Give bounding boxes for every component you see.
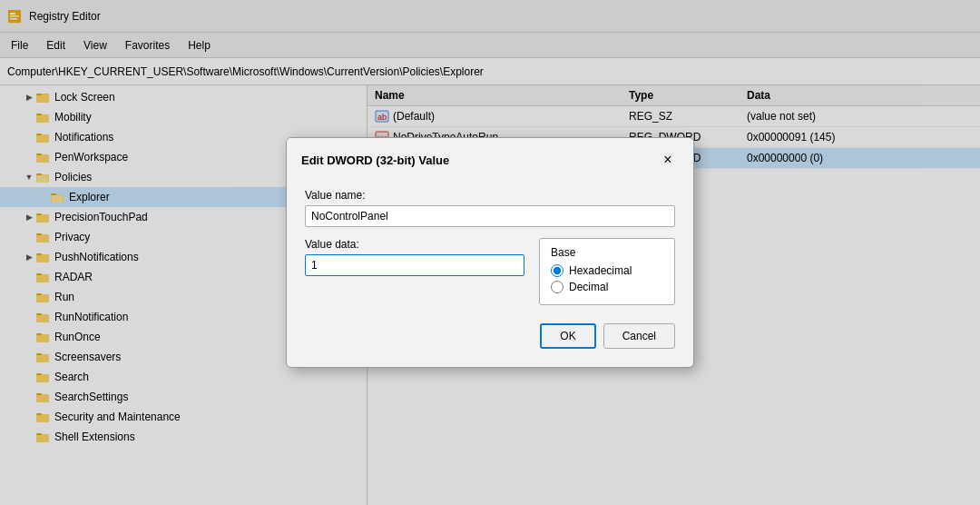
base-group: Base Hexadecimal Decimal [539,238,675,305]
ok-button[interactable]: OK [540,323,595,349]
dialog-overlay: Edit DWORD (32-bit) Value × Value name: … [0,0,980,505]
value-name-input[interactable] [305,205,675,227]
radio-dec-input[interactable] [551,281,564,293]
base-section: Base Hexadecimal Decimal [539,238,675,305]
radio-hexadecimal[interactable]: Hexadecimal [551,264,663,277]
dialog-body: Value name: Value data: Base Hexadecimal [287,178,693,367]
radio-dec-label: Decimal [569,281,608,293]
dialog-titlebar: Edit DWORD (32-bit) Value × [287,138,693,178]
dialog-buttons: OK Cancel [305,323,675,349]
value-name-label: Value name: [305,189,675,202]
dialog-close-button[interactable]: × [657,149,679,171]
edit-dword-dialog: Edit DWORD (32-bit) Value × Value name: … [286,137,694,368]
dialog-title: Edit DWORD (32-bit) Value [301,153,449,167]
radio-decimal[interactable]: Decimal [551,281,663,293]
value-data-section: Value data: [305,238,524,276]
base-label: Base [551,246,663,259]
value-data-label: Value data: [305,238,524,251]
value-data-input[interactable] [305,254,524,276]
cancel-button[interactable]: Cancel [603,323,675,349]
dialog-row: Value data: Base Hexadecimal Decimal [305,238,675,305]
radio-hex-label: Hexadecimal [569,264,632,277]
radio-hex-input[interactable] [551,264,564,277]
